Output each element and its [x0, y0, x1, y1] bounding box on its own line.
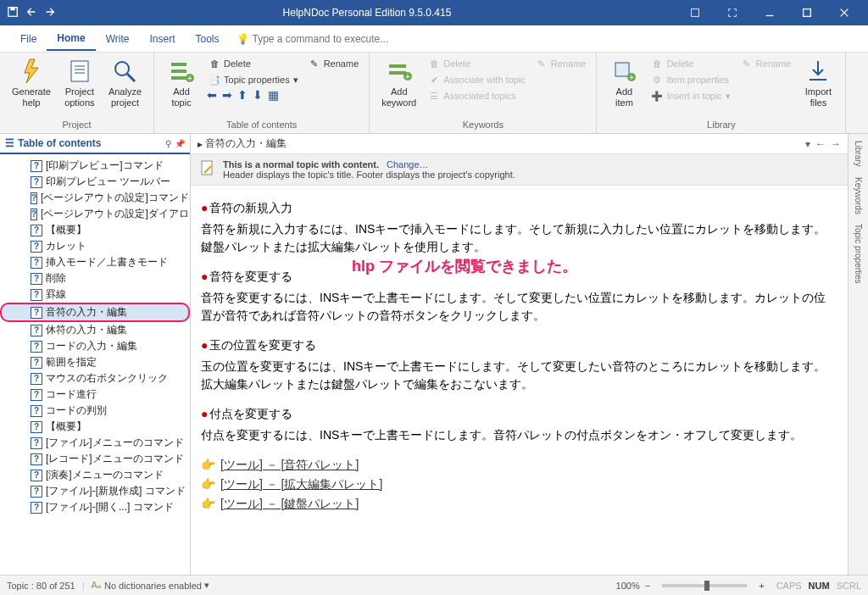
toc-delete-button[interactable]: 🗑Delete [205, 56, 302, 71]
add-keyword-button[interactable]: + Add keyword [376, 56, 421, 110]
analyze-project-button[interactable]: Analyze project [103, 56, 147, 110]
undo-icon[interactable] [25, 6, 37, 20]
help-topic-icon: ? [31, 502, 42, 514]
props-icon: 📑 [209, 74, 220, 86]
redo-icon[interactable] [44, 6, 56, 20]
kw-delete-button[interactable]: 🗑Delete [425, 56, 529, 71]
tree-item-label: 印刷プレビュー ツールバー [46, 175, 170, 189]
svg-rect-13 [171, 63, 186, 66]
tree-item[interactable]: ?[印刷プレビュー]コマンド [0, 158, 190, 174]
help-topic-icon: ? [31, 325, 42, 336]
kw-rename-button[interactable]: ✎Rename [532, 56, 590, 71]
tab-file[interactable]: File [10, 28, 47, 50]
pin-icon[interactable]: ⚲ [165, 139, 171, 148]
tree-item[interactable]: ?[レコード]メニューのコマンド [0, 451, 190, 467]
tree-item[interactable]: ?マウスの右ボタンクリック [0, 370, 190, 386]
tell-me-input[interactable] [253, 33, 388, 45]
rail-library[interactable]: Library [854, 141, 863, 167]
lib-insert-button[interactable]: ➕Insert in topic ▾ [648, 88, 733, 103]
topic-info-icon [199, 159, 216, 176]
toc-tree[interactable]: ?[印刷プレビュー]コマンド?印刷プレビュー ツールバー?[ページレアウトの設定… [0, 154, 190, 575]
tab-insert[interactable]: Insert [139, 28, 185, 50]
tree-item[interactable]: ?[ファイル]-[開く...] コマンド [0, 499, 190, 515]
doc-link-2[interactable]: [ツール] － [拡大編集パレット] [220, 475, 382, 493]
maximize-button[interactable] [790, 0, 824, 25]
doc-link-1[interactable]: [ツール] － [音符パレット] [220, 456, 359, 474]
tree-item-label: 【概要】 [46, 223, 86, 237]
move-left-button[interactable]: ⬅ [205, 88, 219, 102]
tree-item[interactable]: ?[演奏]メニューのコマンド [0, 467, 190, 483]
tree-item[interactable]: ?コードの判別 [0, 403, 190, 419]
nav-back-button[interactable]: ← [815, 138, 826, 150]
rail-topic-props[interactable]: Topic properties [854, 224, 863, 284]
tree-item[interactable]: ?[ページレアウトの設定]コマンド [0, 190, 190, 206]
add-item-button[interactable]: + Add item [604, 56, 644, 110]
help-topic-icon: ? [31, 176, 42, 188]
add-topic-button[interactable]: + Add topic [161, 56, 202, 110]
kw-associate-button[interactable]: ✔Associate with topic [425, 72, 529, 87]
banner-change-link[interactable]: Change… [387, 159, 429, 170]
tree-item[interactable]: ?印刷プレビュー ツールバー [0, 174, 190, 190]
tree-item[interactable]: ?コードの入力・編集 [0, 338, 190, 354]
group-label-toc: Table of contents [161, 118, 362, 130]
minimize-button[interactable] [753, 0, 787, 25]
kw-associated-button[interactable]: ☰Associated topics [425, 88, 529, 103]
rail-keywords[interactable]: Keywords [854, 177, 863, 214]
fullscreen-icon[interactable] [715, 0, 749, 25]
tree-item[interactable]: ?コード進行 [0, 386, 190, 403]
tree-item[interactable]: ?休符の入力・編集 [0, 322, 190, 338]
tree-item[interactable]: ?挿入モード／上書きモード [0, 254, 190, 270]
help-topic-icon: ? [31, 486, 42, 498]
tree-item[interactable]: ?カレット [0, 238, 190, 254]
tree-item-label: 挿入モード／上書きモード [46, 255, 168, 270]
generate-help-button[interactable]: Generate help [7, 56, 56, 110]
tree-item[interactable]: ?【概要】 [0, 419, 190, 435]
rename-icon: ✎ [536, 58, 548, 70]
tree-item[interactable]: ?【概要】 [0, 222, 190, 238]
status-caps: CAPS [776, 581, 802, 591]
delete-icon: 🗑 [209, 58, 220, 70]
svg-text:+: + [405, 72, 410, 81]
pin2-icon[interactable]: 📌 [175, 139, 185, 148]
zoom-out-button[interactable]: − [645, 581, 650, 591]
doc-link-3[interactable]: [ツール] － [鍵盤パレット] [220, 495, 359, 513]
tree-item[interactable]: ?音符の入力・編集 [0, 303, 190, 322]
tree-item[interactable]: ?削除 [0, 270, 190, 286]
tree-item[interactable]: ?罫線 [0, 286, 190, 303]
app-title: HelpNDoc Personal Edition 9.5.0.415 [56, 7, 678, 19]
tree-item[interactable]: ?[ページレアウトの設定]ダイアログ [0, 206, 190, 222]
close-button[interactable] [827, 0, 861, 25]
tree-item[interactable]: ?[ファイル]メニューのコマンド [0, 435, 190, 451]
library-icon: + [610, 58, 637, 85]
toc-extra-button[interactable]: ▦ [266, 88, 281, 102]
tell-me-search[interactable]: 💡 [236, 33, 388, 45]
save-icon[interactable] [7, 6, 19, 20]
tree-item[interactable]: ?範囲を指定 [0, 354, 190, 370]
status-dict[interactable]: No dictionaries enabled [104, 581, 202, 591]
magnifier-icon [111, 58, 138, 85]
help-topic-icon: ? [31, 307, 42, 319]
lib-rename-button[interactable]: ✎Rename [737, 56, 795, 71]
hand-icon: 👉 [201, 495, 215, 513]
svg-point-11 [115, 62, 129, 75]
svg-rect-7 [71, 61, 88, 81]
topic-properties-button[interactable]: 📑Topic properties ▾ [205, 72, 302, 87]
project-options-button[interactable]: Project options [59, 56, 100, 110]
toc-rename-button[interactable]: ✎Rename [305, 56, 363, 71]
zoom-slider[interactable] [662, 584, 747, 587]
tab-write[interactable]: Write [96, 28, 140, 50]
import-files-button[interactable]: Import files [798, 56, 838, 110]
zoom-in-button[interactable]: + [759, 581, 764, 591]
move-down-button[interactable]: ⬇ [251, 88, 264, 102]
move-up-button[interactable]: ⬆ [236, 88, 249, 102]
tab-tools[interactable]: Tools [185, 28, 229, 50]
move-right-button[interactable]: ➡ [220, 88, 234, 102]
nav-forward-button[interactable]: → [831, 138, 841, 150]
lib-delete-button[interactable]: 🗑Delete [648, 56, 733, 71]
ribbon-display-icon[interactable] [678, 0, 712, 25]
lib-props-button[interactable]: ⚙Item properties [648, 72, 733, 87]
tree-item[interactable]: ?[ファイル]-[新規作成] コマンド [0, 483, 190, 499]
document-body[interactable]: ●音符の新規入力 音符を新規に入力するには、INSキーで挿入モードにします。そし… [191, 186, 848, 575]
tab-home[interactable]: Home [47, 27, 95, 51]
dropdown-icon[interactable]: ▾ [805, 138, 810, 150]
